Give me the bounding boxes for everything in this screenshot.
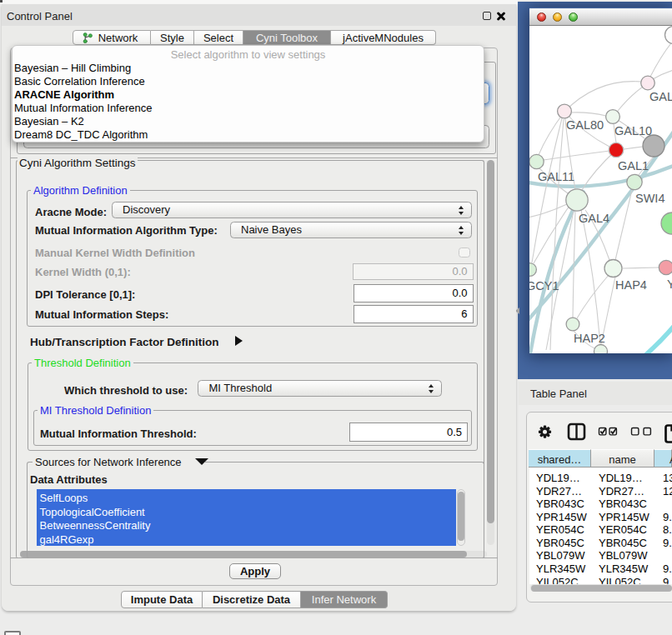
svg-text:GAL4: GAL4 — [579, 212, 609, 225]
svg-text:GAL1: GAL1 — [618, 159, 649, 172]
svg-text:GAL7: GAL7 — [649, 90, 672, 103]
svg-text:GAL11: GAL11 — [538, 170, 574, 183]
svg-text:HAP4: HAP4 — [615, 278, 647, 292]
svg-text:Y: Y — [667, 278, 672, 291]
svg-text:GAL10: GAL10 — [614, 124, 652, 138]
svg-text:GCY1: GCY1 — [529, 279, 559, 292]
svg-text:SWI4: SWI4 — [635, 192, 664, 205]
svg-text:HAP2: HAP2 — [574, 332, 605, 345]
svg-text:GAL80: GAL80 — [566, 118, 604, 132]
